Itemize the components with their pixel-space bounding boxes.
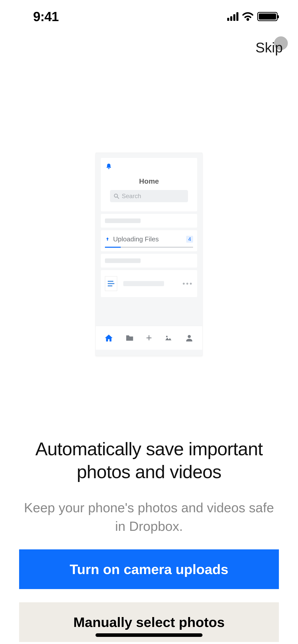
mockup-upload-count: 4 <box>186 236 193 243</box>
status-time: 9:41 <box>33 9 59 24</box>
app-mockup-illustration: Home Search Uploading Files 4 <box>96 153 202 356</box>
status-icons <box>227 12 278 21</box>
mockup-file-item: ••• <box>101 270 197 297</box>
skeleton-bar <box>105 218 141 223</box>
skip-label: Skip <box>255 39 283 56</box>
skip-button[interactable]: Skip <box>255 39 283 56</box>
svg-line-1 <box>117 197 119 198</box>
mockup-upload-label: Uploading Files <box>113 235 159 243</box>
upload-arrow-icon <box>105 236 110 242</box>
document-icon <box>105 276 117 291</box>
mockup-home-title: Home <box>101 170 197 190</box>
mockup-uploading-section: Uploading Files 4 <box>101 230 197 251</box>
photos-icon <box>164 333 173 343</box>
plus-icon: + <box>146 332 152 344</box>
folder-icon <box>125 333 134 343</box>
status-bar: 9:41 <box>0 0 298 33</box>
cellular-icon <box>227 12 238 21</box>
person-icon <box>185 333 194 343</box>
mockup-tab-bar: + <box>96 326 202 350</box>
page-title: Automatically save important photos and … <box>18 437 280 483</box>
mockup-notification-area <box>101 158 197 170</box>
svg-point-3 <box>188 335 191 338</box>
mockup-search-placeholder: Search <box>122 193 141 200</box>
battery-icon <box>257 12 278 21</box>
more-options-icon: ••• <box>183 280 193 288</box>
secondary-button-label: Manually select photos <box>73 614 225 630</box>
primary-button-label: Turn on camera uploads <box>70 561 228 577</box>
bell-icon <box>105 163 112 170</box>
mockup-progress-bar <box>105 247 193 248</box>
skeleton-bar <box>123 281 164 286</box>
svg-point-2 <box>166 336 168 337</box>
home-indicator <box>96 633 202 637</box>
wifi-icon <box>242 12 254 21</box>
mockup-search-bar: Search <box>110 190 188 202</box>
mockup-skeleton-section-2 <box>101 254 197 268</box>
turn-on-camera-uploads-button[interactable]: Turn on camera uploads <box>19 549 279 589</box>
page-subtitle: Keep your phone's photos and videos safe… <box>20 499 278 536</box>
home-icon <box>104 333 113 343</box>
search-icon <box>114 193 119 199</box>
skeleton-bar <box>105 258 141 263</box>
mockup-skeleton-section <box>101 214 197 228</box>
